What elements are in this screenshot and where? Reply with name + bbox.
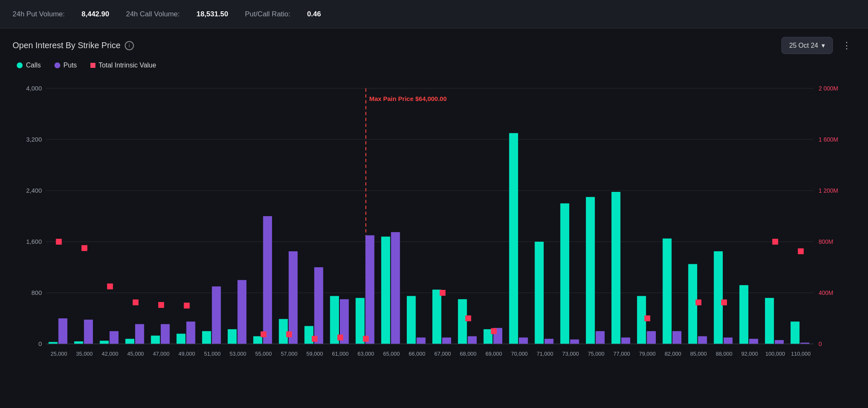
info-icon[interactable]: i: [125, 41, 134, 50]
ratio-label: Put/Call Ratio:: [245, 10, 290, 18]
call-volume-value: 18,531.50: [196, 10, 228, 18]
more-options-button[interactable]: ⋮: [839, 39, 855, 53]
calls-color-dot: [17, 62, 23, 68]
legend-intrinsic-label: Total Intrinsic Value: [99, 62, 157, 69]
legend-calls: Calls: [17, 62, 41, 69]
date-button-label: 25 Oct 24: [789, 42, 818, 49]
legend: Calls Puts Total Intrinsic Value: [13, 62, 855, 69]
ratio-value: 0.46: [307, 10, 321, 18]
legend-calls-label: Calls: [26, 62, 41, 69]
chevron-down-icon: ▾: [822, 41, 825, 49]
intrinsic-color-dot: [90, 63, 95, 68]
put-volume-label: 24h Put Volume:: [13, 10, 65, 18]
chart-container: [13, 76, 855, 373]
chart-section: Open Interest By Strike Price i 25 Oct 2…: [0, 28, 868, 382]
puts-color-dot: [54, 62, 60, 68]
legend-intrinsic: Total Intrinsic Value: [90, 62, 157, 69]
header-right: 25 Oct 24 ▾ ⋮: [781, 37, 855, 54]
date-button[interactable]: 25 Oct 24 ▾: [781, 37, 833, 54]
chart-title-text: Open Interest By Strike Price: [13, 41, 121, 50]
chart-title-group: Open Interest By Strike Price i: [13, 41, 134, 50]
call-volume-label: 24h Call Volume:: [126, 10, 180, 18]
put-volume-value: 8,442.90: [82, 10, 109, 18]
top-bar: 24h Put Volume: 8,442.90 24h Call Volume…: [0, 0, 868, 28]
legend-puts-label: Puts: [64, 62, 77, 69]
chart-header: Open Interest By Strike Price i 25 Oct 2…: [13, 37, 855, 54]
main-chart-canvas: [13, 76, 855, 373]
legend-puts: Puts: [54, 62, 77, 69]
